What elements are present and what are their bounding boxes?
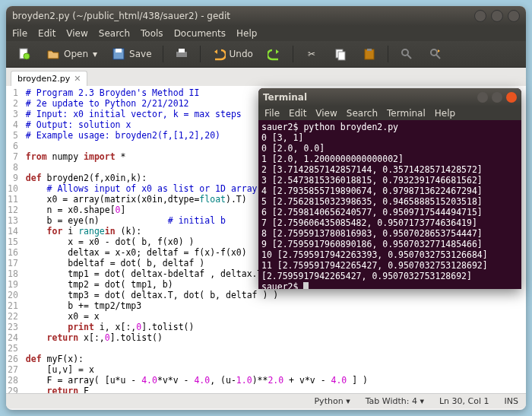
svg-rect-3: [116, 49, 122, 52]
save-button[interactable]: Save: [106, 44, 156, 64]
copy-button[interactable]: [328, 44, 353, 64]
clipboard-icon: [362, 46, 377, 62]
tab-label: broyden2.py: [17, 74, 70, 84]
chevron-down-icon: ▾: [93, 49, 97, 59]
undo-icon: [211, 46, 226, 62]
menu-help[interactable]: Help: [236, 28, 257, 39]
terminal-output[interactable]: sauer2$ python broyden2.py0 [3, 1]0 [2.0…: [258, 120, 521, 289]
cut-button[interactable]: ✂: [299, 44, 324, 64]
chevron-down-icon: ▾: [420, 396, 424, 406]
svg-line-11: [407, 55, 411, 59]
svg-rect-4: [176, 52, 187, 57]
chevron-down-icon: ▾: [346, 396, 350, 406]
separator: [388, 46, 388, 62]
separator: [163, 46, 163, 62]
terminal-menu-terminal[interactable]: Terminal: [387, 108, 426, 119]
terminal-titlebar[interactable]: Terminal: [258, 88, 521, 106]
scissors-icon: ✂: [304, 46, 319, 62]
svg-rect-5: [179, 49, 185, 52]
svg-point-10: [402, 49, 408, 56]
terminal-menu-view[interactable]: View: [315, 108, 337, 119]
terminal-close-button[interactable]: [506, 92, 517, 103]
terminal-menubar: File Edit View Search Terminal Help: [258, 106, 521, 120]
menu-tools[interactable]: Tools: [141, 28, 163, 39]
search-icon: [399, 46, 414, 62]
document-new-icon: [17, 46, 32, 62]
menu-search[interactable]: Search: [99, 28, 130, 39]
svg-rect-7: [338, 52, 345, 60]
statusbar: Python ▾ Tab Width: 4 ▾ Ln 30, Col 1 INS: [6, 393, 526, 408]
maximize-button[interactable]: [491, 10, 503, 22]
svg-rect-9: [367, 49, 372, 51]
window-title: broyden2.py (~/public_html/438/sauer2) -…: [12, 11, 230, 21]
find-button[interactable]: [394, 44, 419, 64]
terminal-window[interactable]: Terminal File Edit View Search Terminal …: [258, 88, 521, 289]
terminal-maximize-button[interactable]: [492, 92, 502, 103]
menu-file[interactable]: File: [12, 28, 27, 39]
terminal-title: Terminal: [263, 92, 307, 103]
titlebar[interactable]: broyden2.py (~/public_html/438/sauer2) -…: [6, 6, 526, 26]
toolbar: Open▾ Save Undo ✂: [6, 41, 526, 68]
terminal-menu-edit[interactable]: Edit: [289, 108, 306, 119]
terminal-menu-search[interactable]: Search: [347, 108, 378, 119]
close-button[interactable]: [508, 10, 520, 22]
tab-width-selector[interactable]: Tab Width: 4 ▾: [366, 396, 424, 406]
menubar: File Edit View Search Tools Documents He…: [6, 26, 526, 41]
separator: [293, 46, 293, 62]
window-controls: [474, 10, 520, 22]
find-replace-icon: [428, 46, 443, 62]
new-document-button[interactable]: [12, 44, 36, 64]
open-button[interactable]: Open▾: [41, 44, 102, 64]
menu-view[interactable]: View: [66, 28, 87, 39]
language-selector[interactable]: Python ▾: [314, 396, 350, 406]
printer-icon: [174, 46, 189, 62]
separator: [200, 46, 201, 62]
tab-close-icon[interactable]: ✕: [74, 74, 81, 84]
menu-documents[interactable]: Documents: [174, 28, 226, 39]
line-gutter: 1234567891011121314151617181920212223242…: [6, 86, 23, 393]
terminal-minimize-button[interactable]: [477, 92, 488, 103]
svg-line-13: [436, 55, 440, 59]
undo-button[interactable]: Undo: [207, 44, 258, 64]
tab-bar: broyden2.py ✕: [6, 68, 526, 86]
tab-broyden2[interactable]: broyden2.py ✕: [11, 71, 87, 86]
redo-button[interactable]: [262, 44, 287, 64]
redo-icon: [267, 46, 282, 62]
folder-open-icon: [46, 46, 61, 62]
menu-edit[interactable]: Edit: [38, 28, 55, 39]
save-icon: [111, 46, 126, 62]
terminal-window-controls: [477, 92, 517, 103]
print-button[interactable]: [169, 44, 194, 64]
copy-icon: [333, 46, 348, 62]
svg-point-1: [24, 53, 30, 59]
terminal-menu-file[interactable]: File: [264, 108, 280, 119]
svg-point-12: [431, 49, 437, 56]
terminal-menu-help[interactable]: Help: [435, 108, 455, 119]
cursor-position: Ln 30, Col 1: [439, 396, 489, 406]
find-replace-button[interactable]: [423, 44, 448, 64]
paste-button[interactable]: [357, 44, 382, 64]
minimize-button[interactable]: [474, 10, 486, 22]
insert-mode: INS: [505, 396, 518, 406]
